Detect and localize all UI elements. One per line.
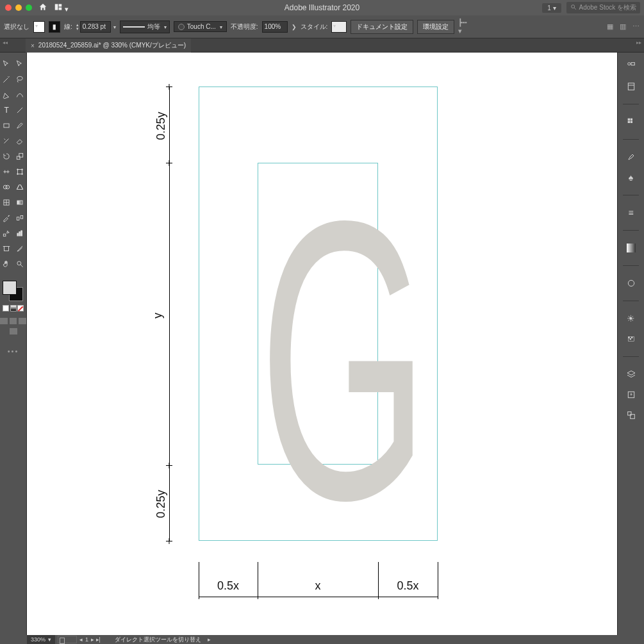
svg-point-35 [627, 63, 630, 65]
gradient-panel-icon[interactable] [625, 242, 637, 254]
maximize-window-button[interactable] [26, 4, 32, 11]
stroke-panel-icon[interactable]: ≡ [625, 207, 637, 219]
curvature-tool-icon[interactable] [13, 87, 27, 103]
prefs-button[interactable]: 環境設定 [417, 20, 454, 34]
svg-rect-28 [19, 232, 21, 236]
stroke-swatch[interactable]: ▮ [49, 21, 60, 33]
libraries-panel-icon[interactable] [625, 81, 637, 92]
solid-color-icon[interactable] [3, 305, 9, 311]
minimize-window-button[interactable] [15, 4, 22, 11]
brush-select[interactable]: Touch C... [174, 21, 227, 32]
zoom-tool-icon[interactable] [13, 256, 27, 272]
selection-tool-icon[interactable] [0, 56, 13, 72]
fill-swatch[interactable] [33, 21, 45, 33]
gradient-tool-icon[interactable] [13, 195, 27, 210]
close-window-button[interactable] [5, 4, 12, 11]
dim-y-mid: y [151, 313, 165, 318]
shapebuilder-tool-icon[interactable] [0, 179, 13, 195]
stroke-profile-select[interactable]: 均等 [120, 21, 170, 33]
vtick [166, 541, 172, 541]
artboard-prev-icon[interactable]: ◂ [79, 636, 83, 643]
width-tool-icon[interactable] [0, 164, 13, 179]
more-options-icon[interactable]: ⋯ [631, 22, 640, 31]
artboard-tool-icon[interactable] [0, 241, 13, 256]
brushes-panel-icon[interactable] [625, 151, 637, 163]
stroke-weight-stepper[interactable]: ▴▾ [76, 21, 116, 33]
rectangle-tool-icon[interactable] [0, 118, 13, 133]
toolbox-flyout-icon[interactable]: ◂◂ [3, 40, 8, 45]
svg-point-11 [17, 169, 18, 170]
svg-rect-21 [17, 217, 19, 220]
fill-stroke-color-picker[interactable] [3, 281, 24, 302]
symbolsprayer-tool-icon[interactable] [0, 226, 13, 241]
canvas[interactable]: G 0.25y y 0.25y 0.5x x 0.5x [27, 53, 617, 635]
blend-tool-icon[interactable] [13, 210, 27, 226]
eraser-tool-icon[interactable] [13, 133, 27, 149]
line-tool-icon[interactable] [13, 103, 27, 118]
artboard-nav-icon[interactable] [58, 636, 77, 643]
home-icon[interactable] [38, 3, 47, 13]
svg-rect-39 [627, 119, 629, 120]
align-menu-icon[interactable]: ┣╍ ▾ [458, 22, 467, 31]
svg-rect-22 [21, 216, 23, 219]
edit-toolbar-icon[interactable]: ••• [0, 347, 26, 355]
svg-point-5 [17, 76, 22, 80]
direct-selection-tool-icon[interactable] [13, 56, 27, 72]
perspective-tool-icon[interactable] [13, 179, 27, 195]
workspace-switcher[interactable]: 1 ▾ [542, 3, 561, 13]
properties-panel-icon[interactable] [625, 60, 637, 72]
magic-wand-tool-icon[interactable] [0, 72, 13, 87]
close-doc-icon[interactable]: × [31, 42, 35, 49]
artboards-panel-icon[interactable] [625, 409, 637, 421]
rotate-tool-icon[interactable] [0, 149, 13, 164]
stock-search-placeholder: Adobe Stock を検索 [579, 3, 636, 12]
drawing-mode-icons[interactable] [0, 318, 26, 324]
color-panel-icon[interactable] [625, 277, 637, 289]
arrange-docs-icon[interactable]: ▾ [54, 3, 69, 13]
panel-flyout-icon[interactable]: ▸▸ [636, 40, 641, 45]
asset-export-panel-icon[interactable] [625, 389, 637, 400]
screen-mode-icons[interactable] [0, 328, 26, 334]
appearance-panel-icon[interactable]: ☀ [625, 313, 637, 324]
brush-tool-icon[interactable] [13, 118, 27, 133]
shaper-tool-icon[interactable] [0, 133, 13, 149]
dim-x-mid: x [258, 579, 378, 593]
svg-rect-30 [4, 247, 9, 251]
opacity-input[interactable] [262, 21, 288, 33]
graph-tool-icon[interactable] [13, 226, 27, 241]
slice-tool-icon[interactable] [13, 241, 27, 256]
stock-search-input[interactable]: Adobe Stock を検索 [566, 2, 640, 13]
transparency-panel-icon[interactable] [625, 333, 637, 345]
eyedropper-tool-icon[interactable] [0, 210, 13, 226]
lasso-tool-icon[interactable] [13, 72, 27, 87]
svg-point-25 [8, 232, 9, 233]
swatches-panel-icon[interactable] [625, 116, 637, 128]
zoom-level[interactable]: 330% ▾ [27, 635, 55, 644]
artboard-next-icon[interactable]: ▸ ▸| [91, 636, 101, 643]
stroke-weight-input[interactable] [80, 21, 111, 33]
graphic-style-select[interactable] [331, 21, 347, 33]
control-bar: 選択なし ▮ 線: ▴▾ 均等 Touch C... 不透明度: ❯ スタイル:… [0, 15, 644, 38]
layers-panel-icon[interactable] [625, 368, 637, 380]
svg-rect-27 [17, 233, 19, 236]
svg-line-34 [21, 265, 23, 267]
svg-rect-47 [631, 337, 632, 338]
mesh-tool-icon[interactable] [0, 195, 13, 210]
scale-tool-icon[interactable] [13, 149, 27, 164]
none-color-icon[interactable] [17, 305, 24, 311]
transform-panel-icon[interactable]: ▦ [606, 22, 615, 31]
isolate-icon[interactable]: ▥ [618, 22, 627, 31]
doc-setup-button[interactable]: ドキュメント設定 [351, 20, 413, 34]
type-tool-icon[interactable]: T [0, 103, 13, 118]
symbols-panel-icon[interactable]: ♠ [625, 172, 637, 183]
gradient-color-icon[interactable] [10, 305, 17, 311]
fill-color-icon[interactable] [3, 281, 17, 295]
vtick [166, 163, 172, 163]
pen-tool-icon[interactable] [0, 87, 13, 103]
toolbox: T ••• [0, 53, 27, 635]
free-transform-tool-icon[interactable] [13, 164, 27, 179]
svg-rect-10 [17, 170, 22, 174]
doc-tab[interactable]: × 20180524_205859.ai* @ 330% (CMYK/プレビュー… [26, 38, 191, 53]
stroke-label: 線: [64, 22, 72, 31]
hand-tool-icon[interactable] [0, 256, 13, 272]
